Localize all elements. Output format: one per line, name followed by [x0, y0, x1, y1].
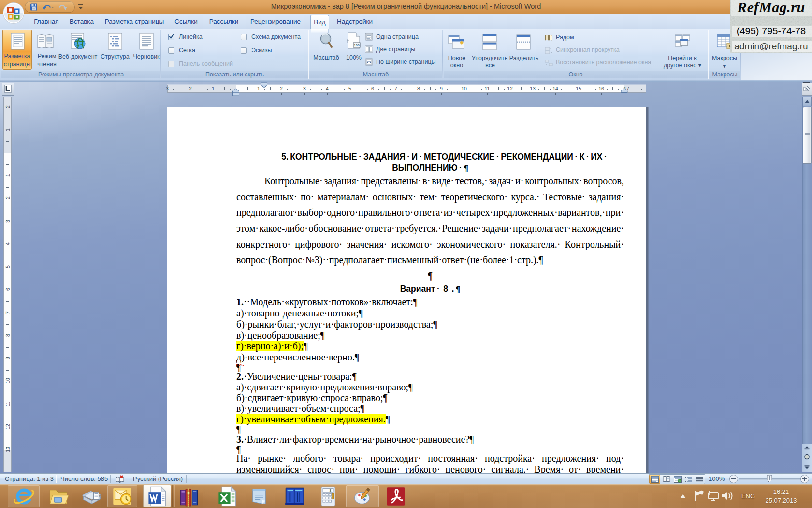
svg-text:100: 100 [354, 44, 360, 47]
svg-text:8: 8 [330, 489, 332, 493]
